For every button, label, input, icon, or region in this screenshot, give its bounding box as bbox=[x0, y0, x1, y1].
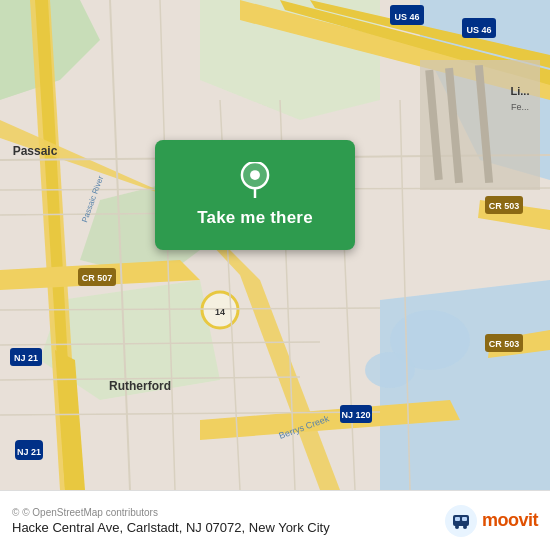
svg-text:CR 503: CR 503 bbox=[489, 339, 520, 349]
svg-text:Rutherford: Rutherford bbox=[109, 379, 171, 393]
svg-point-46 bbox=[250, 170, 260, 180]
osm-credit-text: © OpenStreetMap contributors bbox=[22, 507, 158, 518]
take-me-there-label: Take me there bbox=[197, 208, 313, 228]
moovit-icon bbox=[445, 505, 477, 537]
svg-text:US 46: US 46 bbox=[394, 12, 419, 22]
address-text: Hacke Central Ave, Carlstadt, NJ 07072, … bbox=[12, 520, 330, 535]
moovit-rest: oovit bbox=[498, 510, 539, 530]
bottom-left-info: © © OpenStreetMap contributors Hacke Cen… bbox=[12, 507, 330, 535]
bottom-bar: © © OpenStreetMap contributors Hacke Cen… bbox=[0, 490, 550, 550]
svg-text:CR 503: CR 503 bbox=[489, 201, 520, 211]
svg-text:Li...: Li... bbox=[511, 85, 530, 97]
svg-point-50 bbox=[455, 525, 459, 529]
svg-text:NJ 21: NJ 21 bbox=[17, 447, 41, 457]
take-me-there-card[interactable]: Take me there bbox=[155, 140, 355, 250]
osm-icon: © bbox=[12, 507, 19, 518]
moovit-bus-icon bbox=[450, 510, 472, 532]
map-container: NJ 21 US 46 US 46 CR 507 14 NJ 120 CR 50… bbox=[0, 0, 550, 490]
svg-text:Passaic: Passaic bbox=[13, 144, 58, 158]
moovit-m: m bbox=[482, 510, 498, 530]
svg-point-51 bbox=[463, 525, 467, 529]
moovit-text: moovit bbox=[482, 510, 538, 531]
svg-text:US 46: US 46 bbox=[466, 25, 491, 35]
svg-rect-49 bbox=[462, 517, 467, 521]
svg-text:Fe...: Fe... bbox=[511, 102, 529, 112]
svg-text:NJ 120: NJ 120 bbox=[341, 410, 370, 420]
svg-text:NJ 21: NJ 21 bbox=[14, 353, 38, 363]
svg-text:14: 14 bbox=[215, 307, 225, 317]
moovit-logo: moovit bbox=[445, 505, 538, 537]
svg-rect-48 bbox=[455, 517, 460, 521]
osm-credit: © © OpenStreetMap contributors bbox=[12, 507, 330, 518]
location-pin-icon bbox=[237, 162, 273, 198]
svg-text:CR 507: CR 507 bbox=[82, 273, 113, 283]
